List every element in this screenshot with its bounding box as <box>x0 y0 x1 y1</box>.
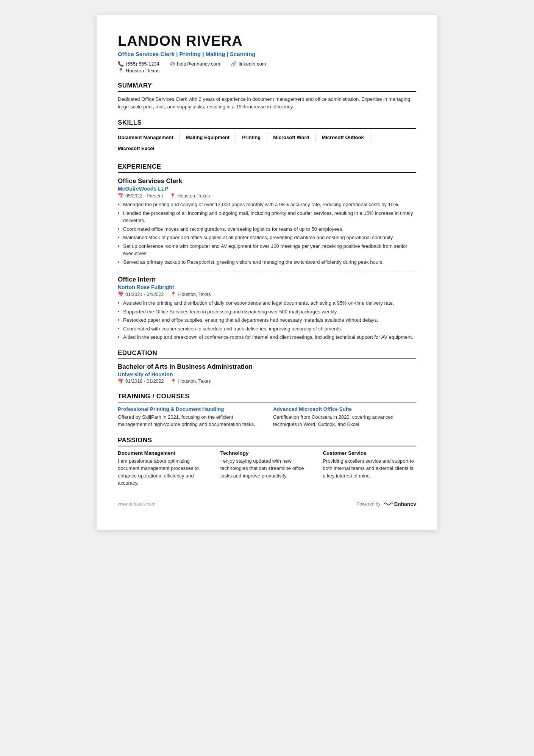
passion-item: Customer Service Providing excellent ser… <box>323 450 416 487</box>
footer-website: www.enhancv.com <box>118 501 155 507</box>
candidate-title: Office Services Clerk | Printing | Maili… <box>118 51 416 57</box>
company-name: Norton Rose Fulbright <box>118 284 416 290</box>
location-text: Houston, Texas <box>126 68 159 74</box>
passions-title: PASSIONS <box>118 437 416 446</box>
bullet-list: Managed the printing and copying of over… <box>118 201 416 266</box>
header: LANDON RIVERA Office Services Clerk | Pr… <box>118 33 416 74</box>
skills-title: SKILLS <box>118 119 416 129</box>
passions-grid: Document Management I am passionate abou… <box>118 450 416 487</box>
phone-icon: 📞 <box>118 61 124 67</box>
list-item: Restocked paper and office supplies, ens… <box>118 316 416 324</box>
list-item: Handled the processing of all incoming a… <box>118 210 416 224</box>
training-item: Professional Printing & Document Handlin… <box>118 406 261 428</box>
skill-item: Microsoft Word <box>273 133 315 142</box>
enhancv-logo-svg <box>383 501 393 507</box>
training-grid: Professional Printing & Document Handlin… <box>118 406 416 428</box>
skill-item: Microsoft Outlook <box>322 133 370 142</box>
list-item: Maintained stock of paper and office sup… <box>118 234 416 241</box>
calendar-icon: 📅 <box>118 379 124 384</box>
list-item: Aided in the setup and breakdown of conf… <box>118 333 416 341</box>
edu-school: University of Houston <box>118 371 416 377</box>
jobs-container: Office Services Clerk McGuireWoods LLP 📅… <box>118 177 416 341</box>
linkedin-url: linkedin.com <box>239 61 266 67</box>
bullet-list: Assisted in the printing and distributio… <box>118 299 416 341</box>
list-item: Managed the printing and copying of over… <box>118 201 416 208</box>
contact-row: 📞 (555) 555-1234 @ help@enhancv.com 🔗 li… <box>118 61 416 67</box>
training-item-title: Advanced Microsoft Office Suite <box>273 406 416 412</box>
skill-item: Mailing Equipment <box>186 133 236 142</box>
passion-title: Technology <box>220 450 314 456</box>
calendar-icon: 📅 <box>118 291 124 297</box>
link-icon: 🔗 <box>231 61 237 67</box>
education-section: EDUCATION Bachelor of Arts in Business A… <box>118 349 416 384</box>
company-name: McGuireWoods LLP <box>118 186 416 192</box>
job-meta: 📅 01/2021 - 04/2022 📍 Houston, Texas <box>118 291 416 297</box>
edu-meta: 📅 01/2018 - 01/2022 📍 Houston, Texas <box>118 379 416 384</box>
skill-item: Microsoft Excel <box>118 144 160 153</box>
summary-title: SUMMARY <box>118 82 416 92</box>
email-address: help@enhancv.com <box>177 61 220 67</box>
resume-page: LANDON RIVERA Office Services Clerk | Pr… <box>97 15 437 530</box>
skills-list: Document ManagementMailing EquipmentPrin… <box>118 133 416 155</box>
list-item: Assisted in the printing and distributio… <box>118 299 416 307</box>
list-item: Supported the Office Services team in pr… <box>118 308 416 316</box>
candidate-name: LANDON RIVERA <box>118 33 416 49</box>
experience-title: EXPERIENCE <box>118 163 416 173</box>
passion-text: Providing excellent service and support … <box>323 457 416 480</box>
experience-section: EXPERIENCE Office Services Clerk McGuire… <box>118 163 416 341</box>
job-title: Office Intern <box>118 276 416 283</box>
skill-item: Document Management <box>118 133 180 142</box>
calendar-icon: 📅 <box>118 193 124 199</box>
email-icon: @ <box>170 61 175 67</box>
passion-item: Document Management I am passionate abou… <box>118 450 211 487</box>
location-contact: 📍 Houston, Texas <box>118 68 159 74</box>
list-item: Coordinated with courier services to sch… <box>118 325 416 333</box>
passion-title: Customer Service <box>323 450 416 456</box>
training-item-text: Certification from Coursera in 2020, cov… <box>273 413 416 428</box>
training-item-text: Offered by SkillPath in 2021, focusing o… <box>118 413 261 428</box>
job-meta: 📅 05/2022 - Present 📍 Houston, Texas <box>118 193 416 199</box>
phone-contact: 📞 (555) 555-1234 <box>118 61 159 67</box>
summary-section: SUMMARY Dedicated Office Services Clerk … <box>118 82 416 111</box>
training-title: TRAINING / COURSES <box>118 393 416 402</box>
brand-name: Enhancv <box>394 501 416 507</box>
location-row: 📍 Houston, Texas <box>118 68 416 74</box>
skills-section: SKILLS Document ManagementMailing Equipm… <box>118 119 416 155</box>
footer-brand: Powered by Enhancv <box>356 501 416 507</box>
summary-text: Dedicated Office Services Clerk with 2 y… <box>118 95 416 111</box>
job-entry: Office Services Clerk McGuireWoods LLP 📅… <box>118 177 416 266</box>
passions-section: PASSIONS Document Management I am passio… <box>118 437 416 487</box>
education-title: EDUCATION <box>118 349 416 359</box>
list-item: Served as primary backup to Receptionist… <box>118 258 416 266</box>
job-location: 📍 Houston, Texas <box>170 193 210 199</box>
passion-title: Document Management <box>118 450 211 456</box>
list-item: Set up conference rooms with computer an… <box>118 243 416 257</box>
location-pin-icon: 📍 <box>170 193 176 199</box>
edu-date: 📅 01/2018 - 01/2022 <box>118 379 164 384</box>
location-icon: 📍 <box>118 68 124 74</box>
passion-item: Technology I enjoy staying updated with … <box>220 450 314 487</box>
training-section: TRAINING / COURSES Professional Printing… <box>118 393 416 428</box>
job-title: Office Services Clerk <box>118 177 416 185</box>
resume-footer: www.enhancv.com Powered by Enhancv <box>118 501 416 507</box>
edu-degree: Bachelor of Arts in Business Administrat… <box>118 363 416 371</box>
skill-item: Printing <box>242 133 267 142</box>
location-pin-icon: 📍 <box>170 379 176 384</box>
powered-by-label: Powered by <box>356 501 380 507</box>
job-date: 📅 01/2021 - 04/2022 <box>118 291 164 297</box>
training-item-title: Professional Printing & Document Handlin… <box>118 406 261 412</box>
passion-text: I enjoy staying updated with new technol… <box>220 457 314 480</box>
training-item: Advanced Microsoft Office Suite Certific… <box>273 406 416 428</box>
job-date: 📅 05/2022 - Present <box>118 193 163 199</box>
edu-location: 📍 Houston, Texas <box>170 379 211 384</box>
job-entry: Office Intern Norton Rose Fulbright 📅 01… <box>118 276 416 341</box>
list-item: Coordinated office moves and reconfigura… <box>118 225 416 233</box>
location-pin-icon: 📍 <box>170 291 176 297</box>
email-contact: @ help@enhancv.com <box>170 61 220 67</box>
phone-number: (555) 555-1234 <box>126 61 159 67</box>
enhancv-logo: Enhancv <box>383 501 416 507</box>
linkedin-contact: 🔗 linkedin.com <box>231 61 266 67</box>
job-location: 📍 Houston, Texas <box>170 291 211 297</box>
passion-text: I am passionate about optimizing documen… <box>118 457 211 487</box>
